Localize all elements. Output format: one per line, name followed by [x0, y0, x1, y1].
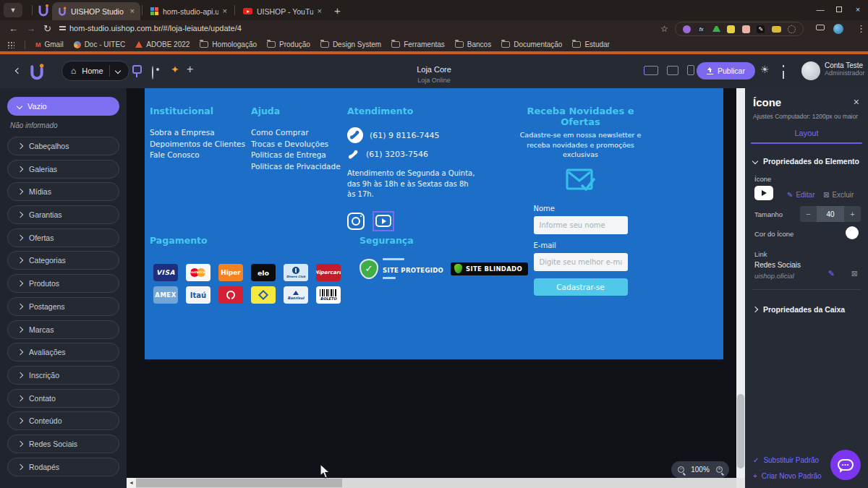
sidebar-item-cabecalhos[interactable]: Cabeçalhos — [7, 137, 119, 155]
extension-icon-4[interactable] — [727, 25, 735, 33]
increase-size-button[interactable]: + — [844, 206, 861, 222]
close-tab-icon[interactable]: × — [223, 7, 227, 15]
apps-grid-icon[interactable] — [7, 41, 14, 48]
bookmark-adobe[interactable]: ADOBE 2022 — [135, 40, 190, 48]
extension-icon-5[interactable] — [742, 25, 750, 33]
tab-layout[interactable]: Layout — [745, 129, 868, 137]
extension-icon-1[interactable] — [683, 25, 691, 33]
delete-icon-button[interactable]: ⊠ Excluir — [823, 191, 854, 199]
sidebar-item-redes-sociais[interactable]: Redes Sociais — [7, 435, 119, 453]
support-chat-button[interactable]: ••• — [830, 450, 861, 480]
account-info[interactable]: Conta Teste Administrador — [825, 61, 865, 77]
subscribe-button[interactable]: Cadastrar-se — [534, 278, 628, 296]
back-icon[interactable]: ← — [9, 22, 18, 35]
sidebar-item-avaliacoes[interactable]: Avaliações — [7, 343, 119, 361]
vertical-scrollbar[interactable]: ▼ — [736, 88, 745, 488]
sidebar-item-rodapes[interactable]: Rodapés — [7, 458, 119, 476]
selected-element-outline[interactable] — [373, 211, 394, 231]
bookmark-folder-ferramentas[interactable]: Ferramentas — [391, 40, 445, 48]
vertical-scrollbar-thumb[interactable] — [737, 394, 744, 468]
box-properties-header[interactable]: Propriedades da Caixa — [753, 305, 845, 314]
window-minimize-button[interactable]: — — [812, 0, 829, 19]
close-tab-icon[interactable]: × — [318, 7, 322, 15]
color-swatch[interactable] — [846, 226, 859, 239]
sidebar-item-galerias[interactable]: Galerias — [7, 160, 119, 179]
mobile-view-icon[interactable] — [687, 65, 694, 75]
sidebar-item-inscricao[interactable]: Inscrição — [7, 366, 119, 385]
url-text[interactable]: hom-studio.uishop.com.br/#/loja-leiaute/… — [69, 24, 242, 33]
instagram-icon[interactable] — [347, 213, 365, 230]
bookmark-folder-documentacao[interactable]: Documentação — [501, 40, 562, 48]
sidebar-item-conteudo[interactable]: Conteúdo — [7, 411, 119, 430]
footer-link[interactable]: Depoimentos de Clientes — [150, 139, 251, 150]
browser-tab[interactable]: UISHOP - YouTube × — [237, 2, 328, 20]
edit-link-icon[interactable]: ✎ — [828, 269, 835, 278]
bookmark-folder-producao[interactable]: Produção — [267, 40, 310, 48]
bookmark-folder-bancos[interactable]: Bancos — [455, 40, 491, 48]
footer-link[interactable]: Fale Conosco — [150, 150, 251, 161]
footer-link[interactable]: Como Comprar — [251, 127, 349, 139]
selected-section-dropdown[interactable]: Vazio — [7, 97, 119, 116]
replace-default-link[interactable]: ✓ Substituir Padrão — [753, 456, 819, 464]
horizontal-scrollbar[interactable]: ◄ — [127, 478, 736, 488]
size-value[interactable]: 40 — [817, 206, 844, 222]
window-close-button[interactable]: × — [849, 0, 867, 19]
window-maximize-button[interactable] — [830, 0, 848, 19]
publish-button[interactable]: Publicar — [697, 62, 755, 80]
bookmark-folder-estudar[interactable]: Estudar — [572, 40, 609, 48]
zoom-out-icon[interactable]: − — [678, 466, 684, 473]
site-info-icon[interactable] — [59, 26, 66, 30]
element-properties-header[interactable]: Propriedades do Elemento — [753, 157, 859, 166]
new-tab-button[interactable]: + — [334, 4, 341, 17]
email-input[interactable] — [534, 253, 628, 271]
extension-icon-3[interactable] — [712, 25, 720, 33]
fullscreen-icon[interactable] — [783, 65, 784, 79]
media-controls-icon[interactable] — [816, 25, 825, 30]
reload-icon[interactable]: ↻ — [43, 22, 51, 35]
footer-preview[interactable]: Institucional Sobra a Empresa Depoimento… — [145, 88, 723, 359]
footer-link[interactable]: Trocas e Devoluções — [251, 139, 349, 150]
sidebar-item-midias[interactable]: Mídias — [7, 182, 119, 201]
create-default-link[interactable]: + Criar Novo Padrão — [753, 472, 822, 480]
sidebar-item-contato[interactable]: Contato — [7, 389, 119, 408]
name-input[interactable] — [534, 216, 628, 234]
bookmark-gmail[interactable]: M Gmail — [35, 40, 64, 48]
tab-search-chevron-button[interactable]: ▼ — [4, 3, 22, 17]
desktop-view-icon[interactable] — [644, 66, 658, 75]
sidebar-item-postagens[interactable]: Postagens — [7, 297, 119, 316]
theme-brightness-icon[interactable]: ☀ — [760, 64, 770, 75]
decrease-size-button[interactable]: − — [800, 206, 817, 222]
account-avatar[interactable] — [801, 61, 820, 80]
bookmark-folder-homologacao[interactable]: Homologação — [200, 40, 257, 48]
extension-icon-6[interactable]: ✎ — [757, 25, 765, 33]
youtube-icon[interactable] — [375, 215, 391, 227]
tablet-view-icon[interactable] — [667, 66, 678, 75]
footer-link[interactable]: Politicas de Entrega — [251, 150, 349, 161]
bookmark-folder-design-system[interactable]: Design System — [320, 40, 381, 48]
horizontal-scrollbar-thumb[interactable] — [136, 479, 342, 487]
extension-icon-8[interactable] — [788, 25, 796, 33]
footer-link[interactable]: Sobra a Empresa — [150, 127, 251, 139]
browser-tab[interactable]: hom-studio-api.uishop.com.br × — [145, 2, 233, 20]
scroll-left-arrow[interactable]: ◄ — [127, 478, 136, 488]
phone-contact[interactable]: (61) 3203-7546 — [347, 150, 492, 159]
bookmark-doc-uitec[interactable]: Doc - UITEC — [74, 40, 126, 48]
bookmark-star-icon[interactable]: ☆ — [660, 22, 668, 35]
sidebar-item-ofertas[interactable]: Ofertas — [7, 228, 119, 247]
whatsapp-contact[interactable]: (61) 9 8116-7445 — [347, 127, 492, 143]
profile-avatar[interactable] — [833, 24, 843, 34]
sidebar-item-marcas[interactable]: Marcas — [7, 320, 119, 339]
close-tab-icon[interactable]: × — [130, 7, 135, 15]
delete-link-icon[interactable]: ⊠ — [851, 269, 858, 278]
footer-link[interactable]: Politicas de Privacidade — [251, 161, 349, 173]
sidebar-item-produtos[interactable]: Produtos — [7, 274, 119, 293]
extension-icon-2[interactable]: fx — [697, 25, 705, 33]
sidebar-item-categorias[interactable]: Categorias — [7, 251, 119, 270]
extension-icon-7[interactable] — [772, 26, 781, 33]
forward-icon[interactable]: → — [26, 22, 35, 35]
close-panel-icon[interactable]: × — [854, 96, 859, 108]
browser-tab-active[interactable]: UISHOP Studio × — [52, 2, 140, 20]
zoom-in-icon[interactable]: + — [716, 466, 723, 473]
browser-menu-icon[interactable]: ⋮ — [856, 22, 866, 35]
edit-icon-button[interactable]: ✎ Editar — [787, 191, 815, 199]
